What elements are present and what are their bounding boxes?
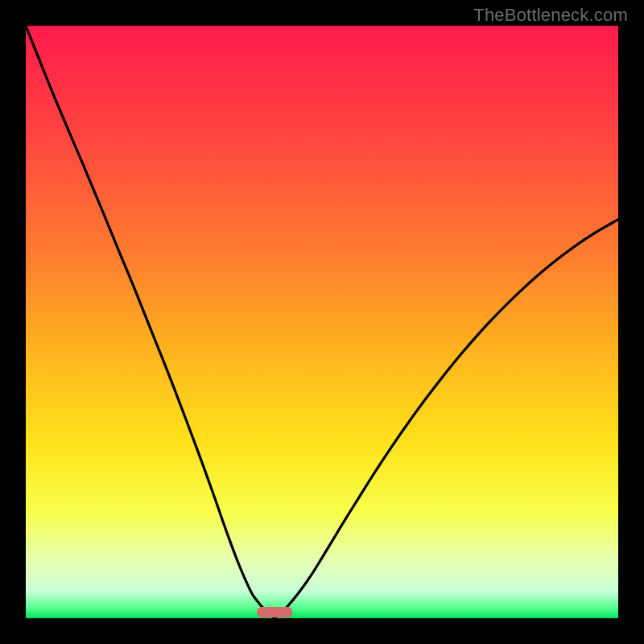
gradient-background bbox=[26, 26, 618, 618]
bottleneck-notch-marker bbox=[257, 607, 292, 617]
bottleneck-curve-chart bbox=[26, 26, 618, 618]
chart-frame bbox=[26, 26, 618, 618]
watermark-text: TheBottleneck.com bbox=[473, 5, 628, 26]
